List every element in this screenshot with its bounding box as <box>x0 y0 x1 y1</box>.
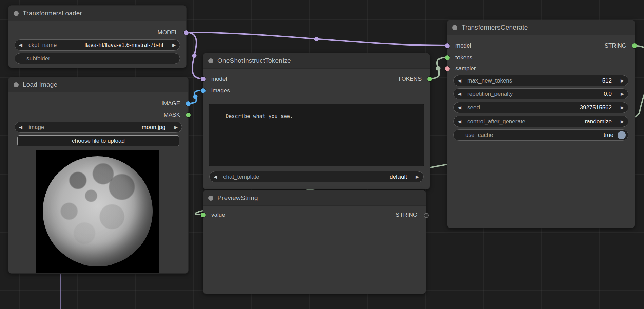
prompt-textarea[interactable]: Describe what you see. <box>209 104 424 166</box>
link-image-to-images[interactable] <box>188 90 203 103</box>
input-slot-model: model <box>455 41 471 51</box>
output-label: STRING <box>396 212 417 218</box>
collapse-dot-icon[interactable] <box>452 25 457 30</box>
collapse-dot-icon[interactable] <box>208 196 213 201</box>
node-load-image[interactable]: Load Image IMAGE MASK ◀ image moon.jpg ▶… <box>8 77 189 274</box>
combo-right-arrow-icon[interactable]: ▶ <box>617 119 624 124</box>
node-transformers-generate[interactable]: TransformersGenerate model STRING tokens… <box>447 20 635 228</box>
combo-left-arrow-icon[interactable]: ◀ <box>458 78 465 83</box>
widget-ckpt-name[interactable]: ◀ ckpt_name llava-hf/llava-v1.6-mistral-… <box>15 39 180 51</box>
node-transformers-loader[interactable]: TransformersLoader MODEL ◀ ckpt_name lla… <box>8 5 187 68</box>
output-port-model[interactable] <box>184 30 189 35</box>
node-title-bar[interactable]: Load Image <box>8 77 188 92</box>
widget-max-new-tokens[interactable]: ◀ max_new_tokens 512 ▶ <box>453 75 628 86</box>
widget-value: 512 <box>514 77 612 84</box>
combo-right-arrow-icon[interactable]: ▶ <box>168 42 176 48</box>
output-port-tokens[interactable] <box>427 77 432 81</box>
input-label: tokens <box>455 54 472 61</box>
widget-subfolder[interactable]: subfolder <box>15 53 180 64</box>
output-port-image[interactable] <box>186 101 191 106</box>
output-label: MASK <box>164 112 180 119</box>
input-slot-value: value <box>211 210 225 220</box>
combo-right-arrow-icon[interactable]: ▶ <box>617 105 624 110</box>
output-slot-string: STRING <box>396 210 417 220</box>
output-port-string[interactable] <box>632 43 637 48</box>
node-title-bar[interactable]: TransformersGenerate <box>447 20 635 35</box>
input-label: value <box>211 212 225 218</box>
input-slot-tokens: tokens <box>455 53 472 63</box>
widget-value: llava-hf/llava-v1.6-mistral-7b-hf <box>59 42 163 49</box>
link-midpoint-dot <box>192 54 197 58</box>
widget-value: moon.jpg <box>46 124 165 131</box>
combo-left-arrow-icon[interactable]: ◀ <box>214 174 221 179</box>
widget-label: seed <box>467 104 480 111</box>
widget-label: chat_template <box>223 174 259 180</box>
widget-label: ckpt_name <box>28 42 57 49</box>
link-midpoint-dot <box>314 37 319 41</box>
input-label: model <box>211 76 227 83</box>
output-slot-model: MODEL <box>158 28 178 38</box>
image-preview <box>36 150 159 273</box>
widget-label: control_after_generate <box>467 118 525 125</box>
link-midpoint-dot <box>193 95 198 99</box>
input-label: model <box>455 42 471 49</box>
input-port-tokens[interactable] <box>445 55 450 60</box>
input-port-images[interactable] <box>201 88 206 93</box>
collapse-dot-icon[interactable] <box>14 11 19 16</box>
widget-value: 3927515562 <box>482 104 612 111</box>
widget-chat-template[interactable]: ◀ chat_template default ▶ <box>209 171 424 182</box>
combo-right-arrow-icon[interactable]: ▶ <box>170 125 178 130</box>
combo-right-arrow-icon[interactable]: ▶ <box>412 174 419 179</box>
input-slot-model: model <box>211 74 227 84</box>
link-model-to-tokenize[interactable] <box>186 32 203 79</box>
input-port-model[interactable] <box>201 77 206 81</box>
combo-left-arrow-icon[interactable]: ◀ <box>19 42 26 48</box>
prompt-text: Describe what you see. <box>226 113 293 120</box>
input-slot-sampler: sampler <box>455 63 476 74</box>
upload-file-button[interactable]: choose file to upload <box>17 135 179 146</box>
input-port-model[interactable] <box>445 43 450 48</box>
node-oneshot-instruct-tokenize[interactable]: OneShotInstructTokenize model images TOK… <box>203 53 430 189</box>
node-title-bar[interactable]: OneShotInstructTokenize <box>203 53 430 69</box>
widget-control-after-generate[interactable]: ◀ control_after_generate randomize ▶ <box>453 116 628 127</box>
widget-value: default <box>261 174 407 180</box>
input-port-value[interactable] <box>201 213 206 217</box>
output-slot-tokens: TOKENS <box>398 74 422 84</box>
moon-image <box>43 156 153 266</box>
node-preview-string[interactable]: PreviewString value STRING <box>203 190 426 294</box>
node-title: PreviewString <box>217 194 258 202</box>
input-slot-images: images <box>211 86 230 96</box>
boolean-toggle-icon[interactable] <box>618 131 626 139</box>
node-title: TransformersGenerate <box>462 24 528 31</box>
node-title: TransformersLoader <box>23 10 82 17</box>
combo-left-arrow-icon[interactable]: ◀ <box>458 91 465 96</box>
combo-right-arrow-icon[interactable]: ▶ <box>617 78 624 83</box>
combo-right-arrow-icon[interactable]: ▶ <box>617 91 624 96</box>
output-port-string[interactable] <box>424 213 429 218</box>
combo-left-arrow-icon[interactable]: ◀ <box>19 125 26 130</box>
widget-seed[interactable]: ◀ seed 3927515562 ▶ <box>453 102 628 113</box>
input-port-sampler[interactable] <box>445 66 450 71</box>
widget-use-cache[interactable]: use_cache true <box>453 129 628 141</box>
link-tokens-to-tokens[interactable] <box>429 57 447 79</box>
widget-value: 0.0 <box>515 91 612 97</box>
widget-label: use_cache <box>465 132 493 139</box>
combo-left-arrow-icon[interactable]: ◀ <box>458 105 465 110</box>
widget-image-select[interactable]: ◀ image moon.jpg ▶ <box>15 122 182 133</box>
widget-label: repetition_penalty <box>467 91 513 97</box>
output-port-mask[interactable] <box>186 113 191 117</box>
output-label: STRING <box>605 42 626 49</box>
collapse-dot-icon[interactable] <box>14 82 19 87</box>
widget-label: max_new_tokens <box>467 77 512 84</box>
output-slot-image: IMAGE <box>161 98 180 109</box>
input-label: sampler <box>455 65 476 72</box>
link-model-to-generate[interactable] <box>186 32 447 46</box>
node-title-bar[interactable]: TransformersLoader <box>8 6 186 21</box>
output-label: MODEL <box>158 29 178 36</box>
collapse-dot-icon[interactable] <box>208 58 213 63</box>
input-label: images <box>211 87 230 94</box>
node-title: OneShotInstructTokenize <box>217 57 291 65</box>
combo-left-arrow-icon[interactable]: ◀ <box>458 119 465 124</box>
widget-repetition-penalty[interactable]: ◀ repetition_penalty 0.0 ▶ <box>453 88 628 99</box>
node-title-bar[interactable]: PreviewString <box>203 190 426 206</box>
